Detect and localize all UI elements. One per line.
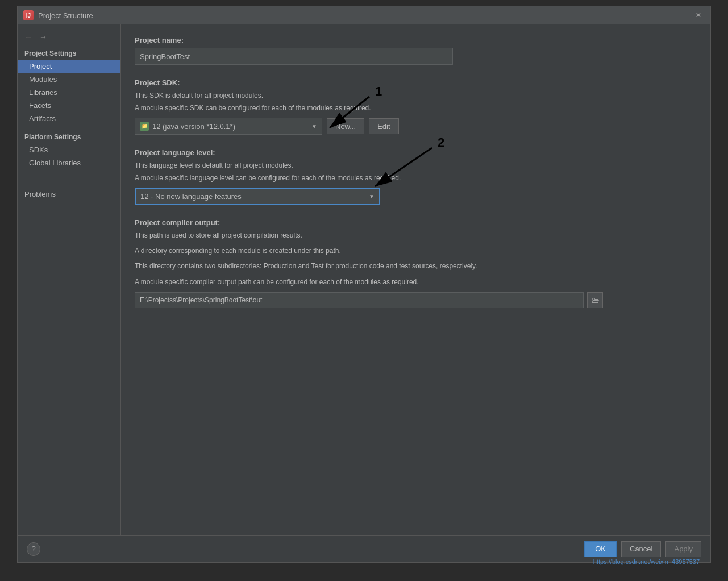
sidebar: ← → Project Settings Project Modules Lib… bbox=[18, 24, 121, 535]
project-settings-header: Project Settings bbox=[18, 46, 120, 60]
sidebar-item-facets[interactable]: Facets bbox=[18, 99, 120, 112]
sdk-new-button[interactable]: New... bbox=[327, 118, 364, 134]
forward-arrow[interactable]: → bbox=[37, 31, 49, 43]
sdk-dropdown[interactable]: 📁 12 (java version *12.0.1*) ▼ bbox=[135, 118, 322, 135]
language-level-section: Project language level: This language le… bbox=[135, 148, 697, 205]
sidebar-item-modules[interactable]: Modules bbox=[18, 73, 120, 86]
lang-dropdown-arrow: ▼ bbox=[369, 193, 375, 200]
apply-button[interactable]: Apply bbox=[665, 541, 701, 557]
sidebar-item-project[interactable]: Project bbox=[18, 60, 120, 73]
back-arrow[interactable]: ← bbox=[22, 31, 35, 43]
project-sdk-label: Project SDK: bbox=[135, 78, 697, 87]
sdk-dropdown-arrow: ▼ bbox=[311, 123, 317, 130]
sidebar-item-problems[interactable]: Problems bbox=[18, 181, 120, 201]
ok-button[interactable]: OK bbox=[584, 541, 617, 557]
lang-desc-1: This language level is default for all p… bbox=[135, 160, 697, 171]
sidebar-item-artifacts[interactable]: Artifacts bbox=[18, 112, 120, 125]
help-button[interactable]: ? bbox=[27, 542, 40, 556]
compiler-desc-3: This directory contains two subdirectori… bbox=[135, 261, 697, 272]
project-name-label: Project name: bbox=[135, 36, 697, 44]
compiler-output-section: Project compiler output: This path is us… bbox=[135, 218, 697, 308]
cancel-button[interactable]: Cancel bbox=[621, 541, 661, 557]
language-level-label: Project language level: bbox=[135, 148, 697, 157]
project-name-section: Project name: bbox=[135, 36, 697, 65]
compiler-desc-4: A module specific compiler output path c… bbox=[135, 277, 697, 288]
window-title: Project Structure bbox=[38, 11, 93, 20]
lang-desc-2: A module specific language level can be … bbox=[135, 173, 697, 183]
compiler-desc-1: This path is used to store all project c… bbox=[135, 230, 697, 241]
sdk-desc-2: A module specific SDK can be configured … bbox=[135, 103, 697, 113]
sdk-edit-button[interactable]: Edit bbox=[369, 118, 398, 134]
sidebar-item-libraries[interactable]: Libraries bbox=[18, 86, 120, 99]
sdk-folder-icon: 📁 bbox=[140, 122, 149, 131]
sdk-desc-1: This SDK is default for all project modu… bbox=[135, 90, 697, 101]
output-path-folder-button[interactable]: 🗁 bbox=[587, 292, 603, 308]
app-icon: IJ bbox=[23, 10, 34, 20]
project-name-input[interactable] bbox=[135, 48, 453, 65]
close-button[interactable]: × bbox=[692, 9, 705, 22]
sdk-value: 12 (java version *12.0.1*) bbox=[152, 122, 235, 131]
compiler-desc-2: A directory corresponding to each module… bbox=[135, 246, 697, 256]
sidebar-item-global-libraries[interactable]: Global Libraries bbox=[18, 156, 120, 169]
compiler-output-input[interactable] bbox=[135, 292, 584, 308]
language-level-value: 12 - No new language features bbox=[140, 192, 242, 201]
compiler-output-label: Project compiler output: bbox=[135, 218, 697, 227]
project-sdk-section: Project SDK: This SDK is default for all… bbox=[135, 78, 697, 135]
title-bar: IJ Project Structure × bbox=[18, 6, 710, 24]
footer-link: https://blog.csdn.net/weixin_43957537 bbox=[593, 558, 700, 565]
sidebar-item-sdks[interactable]: SDKs bbox=[18, 143, 120, 156]
platform-settings-header: Platform Settings bbox=[18, 130, 120, 143]
main-content: Project name: Project SDK: This SDK is d… bbox=[121, 24, 710, 535]
language-level-dropdown[interactable]: 12 - No new language features ▼ bbox=[135, 188, 380, 205]
